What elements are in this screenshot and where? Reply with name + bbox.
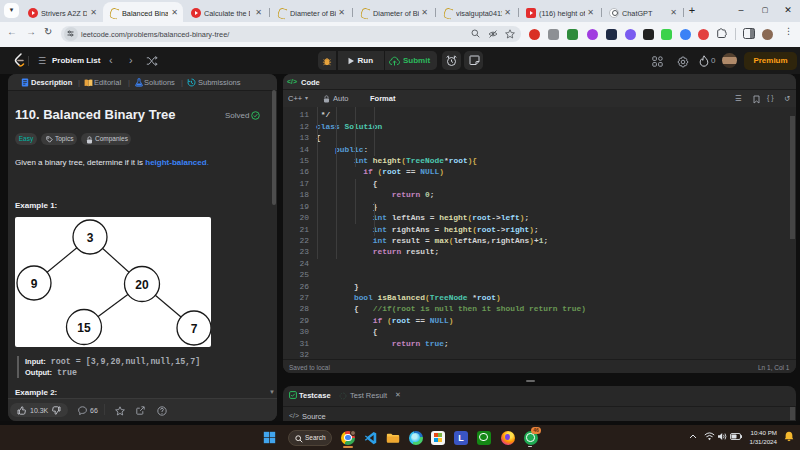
svg-text:15: 15 <box>77 321 91 335</box>
svg-text:20: 20 <box>135 278 149 292</box>
svg-text:9: 9 <box>31 277 38 291</box>
svg-text:3: 3 <box>87 231 94 245</box>
svg-text:7: 7 <box>191 322 198 336</box>
